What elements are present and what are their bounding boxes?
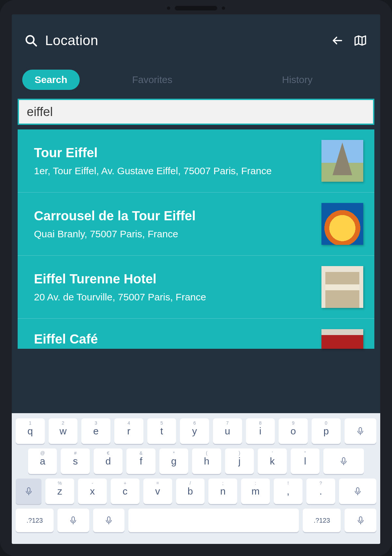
keyboard-key-d[interactable]: €d [94, 448, 122, 474]
keyboard-key-,[interactable]: !, [274, 479, 302, 504]
result-thumbnail [321, 203, 363, 245]
keyboard-key-mic[interactable] [323, 448, 364, 474]
result-item[interactable]: Eiffel Turenne Hotel20 Av. de Tourville,… [18, 256, 374, 319]
keyboard-key-p[interactable]: 0p [312, 418, 341, 444]
result-address: 20 Av. de Tourville, 75007 Paris, France [34, 292, 206, 303]
result-address: Quai Branly, 75007 Paris, France [34, 228, 196, 240]
search-input[interactable] [18, 99, 374, 125]
result-title: Tour Eiffel [34, 145, 272, 160]
keyboard-key-z[interactable]: %z [45, 479, 74, 504]
keyboard-key-mic[interactable] [93, 509, 125, 532]
result-thumbnail [321, 329, 363, 349]
device-notch [167, 6, 225, 10]
keyboard-key-f[interactable]: &f [126, 448, 155, 474]
keyboard-key-l[interactable]: "l [291, 448, 319, 474]
keyboard-key-s[interactable]: #s [61, 448, 90, 474]
keyboard-key-v[interactable]: =v [143, 479, 172, 504]
keyboard-key-space[interactable] [128, 509, 299, 532]
keyboard-key-w[interactable]: 2w [49, 418, 78, 444]
search-icon[interactable] [25, 34, 37, 47]
keyboard-key-j[interactable]: )j [225, 448, 254, 474]
keyboard-key-t[interactable]: 5t [147, 418, 176, 444]
back-icon[interactable] [331, 36, 344, 45]
keyboard-key-mic[interactable] [345, 418, 377, 444]
tab-history[interactable]: History [225, 74, 370, 85]
result-item[interactable]: Carrousel de la Tour EiffelQuai Branly, … [18, 193, 374, 256]
keyboard-key-symbols[interactable]: .?123 [16, 509, 54, 532]
keyboard-key-h[interactable]: (h [192, 448, 221, 474]
result-item[interactable]: Tour Eiffel1er, Tour Eiffel, Av. Gustave… [18, 129, 374, 193]
result-address: 1er, Tour Eiffel, Av. Gustave Eiffel, 75… [34, 165, 272, 177]
keyboard-key-u[interactable]: 7u [213, 418, 242, 444]
keyboard-key-e[interactable]: 3e [81, 418, 110, 444]
virtual-keyboard: 1q2w3e4r5t6y7u8i9o0p @a#s€d&f*g(h)j'k"l … [12, 413, 380, 544]
keyboard-key-symbols[interactable]: .?123 [303, 509, 341, 532]
result-title: Eiffel Café [34, 332, 98, 346]
result-thumbnail [321, 266, 363, 308]
keyboard-key-i[interactable]: 8i [246, 418, 275, 444]
results-list: Tour Eiffel1er, Tour Eiffel, Av. Gustave… [18, 129, 374, 349]
map-icon[interactable] [353, 35, 367, 46]
header-bar: Location [12, 14, 380, 67]
keyboard-key-y[interactable]: 6y [180, 418, 209, 444]
tab-search[interactable]: Search [22, 70, 80, 90]
keyboard-key-g[interactable]: *g [159, 448, 188, 474]
keyboard-key-c[interactable]: +c [111, 479, 139, 504]
keyboard-key-mic[interactable] [345, 509, 376, 532]
result-item[interactable]: Eiffel Café [18, 319, 374, 349]
result-title: Carrousel de la Tour Eiffel [34, 209, 196, 223]
keyboard-key-a[interactable]: @a [28, 448, 57, 474]
result-title: Eiffel Turenne Hotel [34, 272, 206, 286]
keyboard-key-mic[interactable] [57, 509, 89, 532]
keyboard-key-mic[interactable] [339, 479, 376, 504]
keyboard-key-o[interactable]: 9o [279, 418, 308, 444]
page-title: Location [45, 33, 98, 48]
keyboard-key-.[interactable]: ?. [306, 479, 335, 504]
tablet-frame: Location Search Favorites History Tour E… [0, 0, 392, 556]
keyboard-key-b[interactable]: /b [176, 479, 205, 504]
keyboard-key-x[interactable]: -x [78, 479, 107, 504]
keyboard-key-k[interactable]: 'k [258, 448, 286, 474]
tab-favorites[interactable]: Favorites [80, 74, 225, 85]
keyboard-key-r[interactable]: 4r [114, 418, 143, 444]
keyboard-key-q[interactable]: 1q [16, 418, 45, 444]
tabs-row: Search Favorites History [12, 67, 380, 93]
app-screen: Location Search Favorites History Tour E… [12, 14, 380, 544]
keyboard-key-m[interactable]: :m [241, 479, 270, 504]
keyboard-key-mic[interactable] [16, 479, 41, 504]
result-thumbnail [321, 140, 363, 182]
keyboard-key-n[interactable]: ;n [208, 479, 237, 504]
